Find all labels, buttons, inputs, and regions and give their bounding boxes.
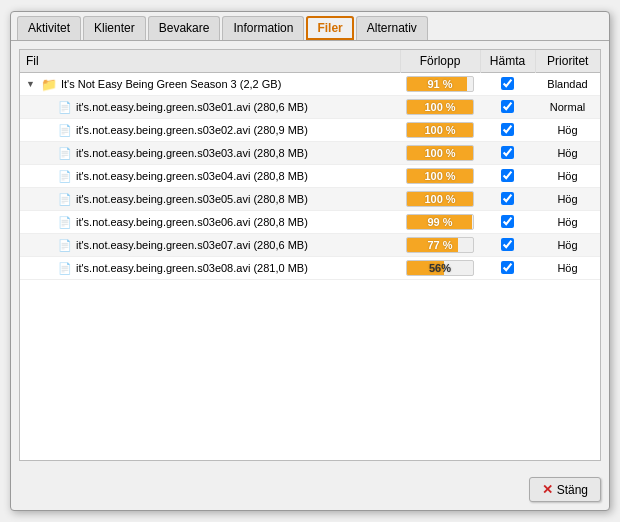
- file-icon: 📄: [58, 147, 72, 160]
- file-name: it's.not.easy.being.green.s03e02.avi (28…: [76, 124, 308, 136]
- file-icon: 📄: [58, 101, 72, 114]
- table-row: 📄it's.not.easy.being.green.s03e03.avi (2…: [20, 142, 600, 165]
- header-download: Hämta: [480, 50, 535, 73]
- main-content: Fil Förlopp Hämta Prioritet ▼📁It's Not E…: [11, 41, 609, 469]
- file-priority-cell: Hög: [535, 188, 600, 211]
- file-table-wrapper: Fil Förlopp Hämta Prioritet ▼📁It's Not E…: [19, 49, 601, 461]
- file-name: it's.not.easy.being.green.s03e07.avi (28…: [76, 239, 308, 251]
- file-download-cell[interactable]: [480, 188, 535, 211]
- file-download-checkbox[interactable]: [501, 192, 514, 205]
- dialog: Aktivitet Klienter Bevakare Information …: [10, 11, 610, 511]
- file-download-cell[interactable]: [480, 96, 535, 119]
- close-x-icon: ✕: [542, 482, 553, 497]
- file-name: it's.not.easy.being.green.s03e01.avi (28…: [76, 101, 308, 113]
- file-download-checkbox[interactable]: [501, 215, 514, 228]
- file-download-checkbox[interactable]: [501, 169, 514, 182]
- table-row-parent: ▼📁It's Not Easy Being Green Season 3 (2,…: [20, 73, 600, 96]
- file-download-cell[interactable]: [480, 211, 535, 234]
- parent-progress-cell: 91 %: [400, 73, 480, 96]
- file-download-checkbox[interactable]: [501, 100, 514, 113]
- parent-download-cell[interactable]: [480, 73, 535, 96]
- header-priority: Prioritet: [535, 50, 600, 73]
- file-icon: 📄: [58, 262, 72, 275]
- close-label: Stäng: [557, 483, 588, 497]
- table-row: 📄it's.not.easy.being.green.s03e05.avi (2…: [20, 188, 600, 211]
- parent-file-name: It's Not Easy Being Green Season 3 (2,2 …: [61, 78, 281, 90]
- file-download-checkbox[interactable]: [501, 123, 514, 136]
- file-icon: 📄: [58, 216, 72, 229]
- file-progress-cell: 100 %: [400, 119, 480, 142]
- file-name: it's.not.easy.being.green.s03e05.avi (28…: [76, 193, 308, 205]
- file-progress-cell: 100 %: [400, 165, 480, 188]
- footer: ✕ Stäng: [11, 469, 609, 510]
- file-priority-cell: Hög: [535, 234, 600, 257]
- tab-bar: Aktivitet Klienter Bevakare Information …: [11, 12, 609, 41]
- table-row: 📄it's.not.easy.being.green.s03e01.avi (2…: [20, 96, 600, 119]
- file-download-cell[interactable]: [480, 234, 535, 257]
- file-progress-cell: 100 %: [400, 142, 480, 165]
- file-icon: 📄: [58, 170, 72, 183]
- close-button[interactable]: ✕ Stäng: [529, 477, 601, 502]
- parent-download-checkbox[interactable]: [501, 77, 514, 90]
- file-name: it's.not.easy.being.green.s03e03.avi (28…: [76, 147, 308, 159]
- tab-bevakare[interactable]: Bevakare: [148, 16, 221, 40]
- table-row: 📄it's.not.easy.being.green.s03e06.avi (2…: [20, 211, 600, 234]
- parent-priority-cell: Blandad: [535, 73, 600, 96]
- file-download-cell[interactable]: [480, 165, 535, 188]
- folder-icon: 📁: [41, 77, 57, 92]
- table-row: 📄it's.not.easy.being.green.s03e04.avi (2…: [20, 165, 600, 188]
- file-name: it's.not.easy.being.green.s03e08.avi (28…: [76, 262, 308, 274]
- file-name: it's.not.easy.being.green.s03e06.avi (28…: [76, 216, 308, 228]
- file-download-cell[interactable]: [480, 142, 535, 165]
- file-priority-cell: Hög: [535, 119, 600, 142]
- file-name: it's.not.easy.being.green.s03e04.avi (28…: [76, 170, 308, 182]
- file-icon: 📄: [58, 124, 72, 137]
- header-progress: Förlopp: [400, 50, 480, 73]
- file-download-checkbox[interactable]: [501, 146, 514, 159]
- file-icon: 📄: [58, 239, 72, 252]
- tab-aktivitet[interactable]: Aktivitet: [17, 16, 81, 40]
- table-row: 📄it's.not.easy.being.green.s03e02.avi (2…: [20, 119, 600, 142]
- tab-filer[interactable]: Filer: [306, 16, 353, 40]
- table-row: 📄it's.not.easy.being.green.s03e08.avi (2…: [20, 257, 600, 280]
- file-priority-cell: Hög: [535, 165, 600, 188]
- file-table: Fil Förlopp Hämta Prioritet ▼📁It's Not E…: [20, 50, 600, 280]
- file-progress-cell: 77 %: [400, 234, 480, 257]
- file-priority-cell: Hög: [535, 211, 600, 234]
- file-priority-cell: Normal: [535, 96, 600, 119]
- file-priority-cell: Hög: [535, 257, 600, 280]
- header-file: Fil: [20, 50, 400, 73]
- file-download-checkbox[interactable]: [501, 261, 514, 274]
- tab-alternativ[interactable]: Alternativ: [356, 16, 428, 40]
- file-progress-cell: 56%: [400, 257, 480, 280]
- tab-klienter[interactable]: Klienter: [83, 16, 146, 40]
- file-icon: 📄: [58, 193, 72, 206]
- file-download-checkbox[interactable]: [501, 238, 514, 251]
- file-progress-cell: 99 %: [400, 211, 480, 234]
- expand-arrow-icon[interactable]: ▼: [26, 79, 35, 89]
- file-download-cell[interactable]: [480, 257, 535, 280]
- file-priority-cell: Hög: [535, 142, 600, 165]
- file-progress-cell: 100 %: [400, 188, 480, 211]
- table-row: 📄it's.not.easy.being.green.s03e07.avi (2…: [20, 234, 600, 257]
- tab-information[interactable]: Information: [222, 16, 304, 40]
- file-progress-cell: 100 %: [400, 96, 480, 119]
- file-download-cell[interactable]: [480, 119, 535, 142]
